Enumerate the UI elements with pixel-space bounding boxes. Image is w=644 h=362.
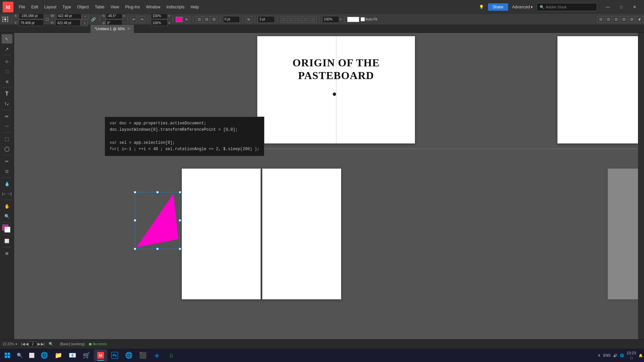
taskbar-language[interactable]: ENG (603, 354, 611, 357)
more-btn[interactable]: ⊡ (628, 16, 635, 23)
frame-btn4[interactable]: ⬚ (303, 16, 309, 23)
document-tab[interactable]: *Untitled-1 @ 50% ✕ (91, 25, 134, 33)
rotate-dropdown[interactable]: ▾ (123, 14, 125, 18)
align-btn[interactable]: ⊡ (621, 16, 627, 23)
pen-tool-btn[interactable]: ✏ (2, 112, 12, 121)
redo-btn[interactable]: ↪ (139, 16, 145, 23)
tab-close-btn[interactable]: ✕ (127, 27, 130, 31)
reference-point-grid[interactable] (1, 16, 9, 23)
effect-btn[interactable]: fx (246, 16, 252, 23)
align-right-btn[interactable]: ⊡ (211, 16, 217, 23)
taskbar-network[interactable]: 🌐 (620, 354, 624, 357)
menu-type[interactable]: Type (60, 3, 74, 11)
taskbar-volume[interactable]: 🔊 (613, 354, 617, 357)
type-path-btn[interactable]: T↙ (2, 99, 12, 109)
gap-tool-btn[interactable]: ⊹ (2, 57, 12, 66)
menu-help[interactable]: Help (188, 3, 202, 11)
undo-btn[interactable]: ↩ (130, 16, 137, 23)
menu-indiscripts[interactable]: Indiscripts (164, 3, 187, 11)
lightbulb-icon[interactable]: 💡 (479, 5, 484, 9)
scissors-btn[interactable]: ✂ (2, 157, 12, 166)
scale-x-dropdown[interactable]: ▾ (168, 14, 170, 18)
align-left-btn[interactable]: ⊡ (196, 16, 203, 23)
search-bar[interactable]: 🔍 Adobe Stock (537, 3, 597, 11)
pencil-tool-btn[interactable]: 〰 (2, 122, 12, 131)
taskbar-vscode[interactable]: ◈ (150, 349, 164, 361)
menu-view[interactable]: View (108, 3, 122, 11)
zoom-dropdown-icon[interactable]: ▾ (15, 342, 17, 346)
direct-select-btn[interactable]: ↗ (2, 44, 12, 54)
fill-stroke-widget[interactable] (2, 224, 12, 233)
frame-btn2[interactable]: ⬚ (288, 16, 294, 23)
frame-btn1[interactable]: ⬚ (280, 16, 287, 23)
page-input[interactable] (29, 342, 37, 347)
last-page-btn[interactable]: ▶| (41, 342, 45, 346)
content-btn[interactable]: ⊞ (2, 77, 12, 86)
flip-v-btn[interactable]: ↕ (81, 19, 88, 26)
stroke-input[interactable] (223, 16, 240, 23)
advanced-button[interactable]: Advanced ▾ (512, 5, 533, 9)
page-tool-btn[interactable]: ⬚ (2, 67, 12, 76)
taskbar-chrome[interactable]: 🌐 (122, 349, 136, 361)
taskbar-store[interactable]: 🛒 (80, 349, 93, 361)
distribute-btn[interactable]: ⊡ (613, 16, 620, 23)
frame-btn3[interactable]: ⬚ (295, 16, 302, 23)
canvas-area[interactable]: var doc = app.properties.activeDocument;… (14, 33, 644, 339)
scale-y-dropdown[interactable]: ▾ (168, 21, 170, 25)
menu-window[interactable]: Window (143, 3, 163, 11)
page-search-icon[interactable]: 🔍 (49, 342, 53, 346)
stroke-size-input[interactable] (258, 16, 275, 23)
menu-plugins[interactable]: Plug-Ins (122, 3, 143, 11)
scale-y-input[interactable] (151, 19, 168, 26)
share-button[interactable]: Share (488, 3, 508, 11)
taskbar-terminal[interactable]: ⬛ (136, 349, 150, 361)
view-mode-btn[interactable]: ⬜ (2, 236, 12, 246)
zoom-btn[interactable]: 🔍 (2, 212, 12, 221)
taskbar-edge[interactable]: 🌐 (38, 349, 51, 361)
prev-page-btn[interactable]: ◀ (25, 342, 28, 346)
workspace-btn[interactable]: ⚡ (636, 16, 643, 23)
fill-color-swatch[interactable] (176, 17, 182, 22)
taskbar-clock[interactable]: 13:23 □ (627, 351, 636, 360)
hand-btn[interactable]: ✋ (2, 201, 12, 211)
arrange-btn[interactable]: ⊡ (605, 16, 612, 23)
auto-fit-checkbox[interactable] (361, 17, 365, 21)
constrain-icon[interactable]: 🔗 (91, 17, 96, 22)
rect-frame-btn[interactable]: ⬚ (2, 134, 12, 143)
zoom-input[interactable] (322, 16, 339, 23)
close-button[interactable]: ✕ (628, 0, 641, 14)
start-btn[interactable] (1, 349, 13, 361)
h-input[interactable] (55, 19, 80, 26)
taskbar-mail[interactable]: 📧 (66, 349, 79, 361)
menu-layout[interactable]: Layout (42, 3, 59, 11)
frame-btn5[interactable]: ⬚ (310, 16, 317, 23)
first-page-btn[interactable]: |◀ (21, 342, 25, 346)
maximize-button[interactable]: □ (614, 0, 628, 14)
minimize-button[interactable]: — (601, 0, 614, 14)
stroke-options-btn[interactable]: fx (183, 16, 190, 23)
taskbar-photoshop[interactable]: Ps (108, 349, 121, 361)
free-transform-btn[interactable]: ⊡ (2, 167, 12, 176)
menu-edit[interactable]: Edit (29, 3, 41, 11)
taskbar-indesign[interactable]: Id (94, 349, 107, 361)
select-tool-btn[interactable]: ↖ (2, 34, 12, 44)
type-tool-btn[interactable]: T (2, 89, 12, 99)
zoom-dropdown[interactable]: ▾ (340, 17, 341, 21)
eyedropper-btn[interactable]: 💧 (2, 179, 12, 188)
color-preview[interactable] (347, 17, 359, 22)
align-center-btn[interactable]: ⊡ (203, 16, 210, 23)
ellipse-btn[interactable]: ◯ (2, 144, 12, 154)
taskbar-systray[interactable]: ∧ (598, 353, 601, 358)
taskbar-explorer[interactable]: 📁 (52, 349, 65, 361)
next-page-btn[interactable]: ▶ (38, 342, 40, 346)
menu-table[interactable]: Table (92, 3, 107, 11)
menu-object[interactable]: Object (74, 3, 92, 11)
taskbar-notifications[interactable]: 🔔 (639, 354, 643, 357)
search-taskbar-btn[interactable]: 🔍 (13, 349, 25, 361)
grid-view-btn[interactable]: ⊞ (2, 249, 12, 258)
taskbar-spotify[interactable]: ♫ (164, 349, 178, 361)
task-view-btn[interactable]: ⬜ (25, 349, 38, 361)
measure-btn[interactable]: |←→| (2, 189, 12, 198)
y-input[interactable] (19, 19, 44, 26)
relink-btn[interactable]: ⊡ (597, 16, 604, 23)
